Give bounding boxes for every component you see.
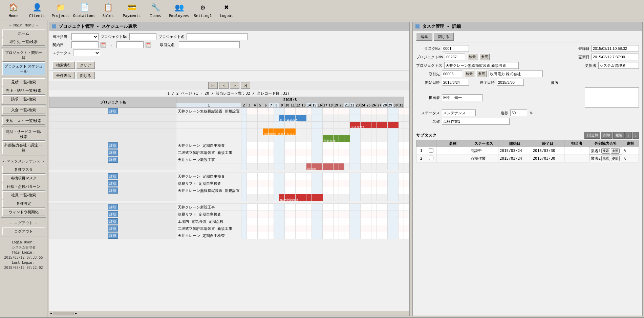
select-tantou[interactable] bbox=[71, 33, 99, 40]
detail-button[interactable]: 詳細 bbox=[108, 225, 118, 232]
sidebar-item-home[interactable]: ホーム bbox=[2, 29, 45, 37]
btn-all[interactable]: 全件表示 bbox=[52, 72, 75, 79]
btn-proj-search[interactable]: 検索 bbox=[467, 54, 477, 60]
sidebar-item-logout[interactable]: ログアウト bbox=[2, 227, 45, 235]
gantt-cell bbox=[247, 142, 252, 149]
input-update-date[interactable] bbox=[592, 54, 639, 60]
input-project-name[interactable] bbox=[187, 33, 248, 40]
right-panel-header: タスク管理 - 詳細 bbox=[413, 22, 642, 31]
input-updated-by[interactable] bbox=[598, 62, 639, 69]
gantt-cell bbox=[258, 204, 263, 211]
input-torihiki[interactable] bbox=[179, 41, 240, 48]
nav-payments[interactable]: 💳 Payments bbox=[120, 0, 144, 19]
input-name[interactable] bbox=[442, 118, 510, 125]
subtask-checkbox[interactable] bbox=[429, 148, 433, 153]
cal-icon-to[interactable]: 📅 bbox=[146, 42, 151, 47]
detail-button[interactable]: 詳細 bbox=[108, 187, 118, 194]
nav-next[interactable]: > bbox=[230, 82, 239, 89]
detail-button[interactable]: 詳細 bbox=[108, 218, 118, 224]
btn-subtask-up[interactable]: ↑ bbox=[625, 132, 632, 139]
nav-employees[interactable]: 👥 Employees bbox=[167, 0, 191, 19]
sidebar-item-products[interactable]: 商品・サービス 一覧/検索 bbox=[2, 128, 45, 141]
input-proj-name[interactable] bbox=[444, 62, 519, 69]
subtask-ref-btn[interactable]: 参照 bbox=[611, 156, 620, 161]
scrollbar-area[interactable]: ◄ ► bbox=[49, 311, 409, 316]
scroll-right-btn[interactable]: ► bbox=[75, 311, 78, 316]
detail-button[interactable]: 詳細 bbox=[108, 108, 118, 114]
input-torihiki-no[interactable] bbox=[442, 71, 462, 77]
subtask-search-btn[interactable]: 検索 bbox=[601, 148, 610, 154]
subtask-search-btn[interactable]: 検索 bbox=[601, 156, 610, 161]
btn-proj-ref[interactable]: 参照 bbox=[479, 54, 490, 60]
sidebar-item-invoices[interactable]: 請求 一覧/検索 bbox=[2, 95, 45, 103]
sidebar-item-masters[interactable]: 各種マスタ bbox=[2, 166, 45, 174]
detail-button[interactable]: 詳細 bbox=[108, 173, 118, 179]
subtask-checkbox[interactable] bbox=[429, 156, 433, 160]
btn-subtask-del[interactable]: 削除 bbox=[601, 132, 613, 139]
sidebar-item-payments[interactable]: 入金 一覧/検索 bbox=[2, 106, 45, 114]
nav-home[interactable]: 🏠 Home bbox=[1, 0, 25, 19]
input-status[interactable] bbox=[442, 110, 476, 116]
sidebar-item-spec-pattern[interactable]: 仕様・点検パターン bbox=[2, 183, 45, 191]
nav-clients[interactable]: 👤 Clients bbox=[25, 0, 49, 19]
btn-torihiki-search[interactable]: 検索 bbox=[464, 71, 474, 77]
sidebar-item-cost[interactable]: 支払コスト 一覧/検索 bbox=[2, 117, 45, 125]
nav-projects[interactable]: 📁 Projects bbox=[49, 0, 72, 19]
nav-last[interactable]: >| bbox=[241, 82, 250, 89]
gantt-container[interactable]: プロジェクト名 2015/3 1234567891011121314151617… bbox=[49, 97, 409, 311]
detail-button[interactable]: 詳細 bbox=[108, 142, 118, 148]
input-shinchoku[interactable] bbox=[510, 110, 527, 116]
scroll-left-btn[interactable]: ◄ bbox=[50, 311, 52, 316]
input-tantou[interactable] bbox=[442, 94, 482, 101]
btn-close-left[interactable]: 閉じる bbox=[76, 72, 95, 79]
btn-close-right[interactable]: 閉じる bbox=[434, 33, 454, 41]
btn-subtask-copy[interactable]: 複製 bbox=[613, 132, 625, 139]
nav-prev[interactable]: < bbox=[219, 82, 229, 89]
btn-clear[interactable]: クリア bbox=[76, 61, 95, 69]
input-keiyaku-to[interactable] bbox=[116, 41, 144, 48]
btn-search[interactable]: 検索実行 bbox=[52, 61, 75, 69]
textarea-bikou[interactable] bbox=[585, 87, 639, 108]
input-start[interactable] bbox=[442, 79, 469, 86]
sidebar-item-clients[interactable]: 取引先 一覧/検索 bbox=[2, 38, 45, 46]
detail-button[interactable]: 詳細 bbox=[108, 233, 118, 239]
select-status[interactable] bbox=[73, 49, 100, 56]
detail-button[interactable]: 詳細 bbox=[108, 204, 118, 210]
sidebar-item-window-reset[interactable]: ウィンドウ初期化 bbox=[2, 208, 45, 216]
btn-edit[interactable]: 編集 bbox=[416, 33, 432, 41]
subtask-ref-btn[interactable]: 参照 bbox=[611, 148, 620, 154]
detail-button[interactable]: 詳細 bbox=[108, 180, 118, 186]
btn-subtask-down[interactable]: ↓ bbox=[632, 132, 639, 139]
input-proj-no[interactable] bbox=[445, 54, 465, 60]
detail-button[interactable]: 詳細 bbox=[108, 211, 118, 217]
sidebar-item-inspection-master[interactable]: 点検項目マスタ bbox=[2, 174, 45, 182]
detail-button[interactable]: 詳細 bbox=[108, 150, 118, 156]
sidebar-item-project-schedule[interactable]: プロジェクト スケジュール bbox=[2, 62, 45, 75]
gantt-bar-cell bbox=[247, 194, 252, 201]
sidebar-item-settings[interactable]: 各種設定 bbox=[2, 200, 45, 207]
project-name-cell: 天井クレーン無線操縦装置 新規設置 bbox=[176, 108, 241, 115]
nav-first[interactable]: |< bbox=[208, 82, 218, 89]
sidebar-item-employees[interactable]: 社員 一覧/検索 bbox=[2, 191, 45, 199]
sidebar-item-project-list[interactable]: プロジェクト・契約一覧 bbox=[2, 49, 45, 62]
nav-quotations[interactable]: 📄 Quotations bbox=[72, 0, 96, 19]
input-keiyaku-from[interactable] bbox=[71, 41, 99, 48]
btn-subtask-add[interactable]: 行)追加 bbox=[584, 132, 600, 139]
nav-sales[interactable]: 📋 Sales bbox=[96, 0, 120, 19]
input-torihiki-name[interactable] bbox=[489, 71, 543, 77]
sidebar-item-vendors[interactable]: 外部協力会社・調達 一覧 bbox=[2, 141, 45, 154]
sidebar-item-sales[interactable]: 売上・納品 一覧/検索 bbox=[2, 87, 45, 95]
detail-button[interactable]: 詳細 bbox=[108, 157, 118, 163]
sidebar-item-quotations[interactable]: 見積 一覧/検索 bbox=[2, 78, 45, 86]
input-end[interactable] bbox=[497, 79, 524, 86]
input-task-no[interactable] bbox=[442, 45, 469, 52]
gantt-cell bbox=[301, 156, 306, 163]
input-reg-date[interactable] bbox=[592, 45, 639, 52]
nav-setting1[interactable]: ⚙️ Setting1 bbox=[191, 0, 215, 19]
cal-icon-from[interactable]: 📅 bbox=[101, 42, 106, 47]
nav-logout[interactable]: ✖ Logout bbox=[215, 0, 238, 19]
scroll-thumb[interactable] bbox=[53, 312, 74, 315]
input-project-no[interactable] bbox=[129, 33, 156, 40]
nav-items[interactable]: 🔧 Items bbox=[144, 0, 167, 19]
btn-torihiki-ref[interactable]: 参照 bbox=[476, 71, 487, 77]
